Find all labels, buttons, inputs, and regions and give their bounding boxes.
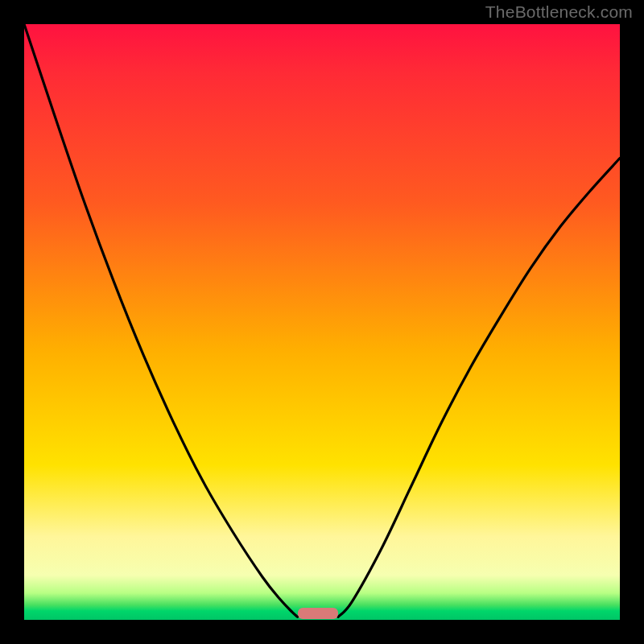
plot-area: [24, 24, 620, 620]
right-curve: [338, 159, 620, 617]
curves-svg: [24, 24, 620, 620]
bottleneck-stub: [298, 608, 338, 619]
left-curve: [24, 24, 298, 617]
watermark-text: TheBottleneck.com: [485, 2, 633, 22]
chart-stage: TheBottleneck.com: [0, 0, 644, 644]
